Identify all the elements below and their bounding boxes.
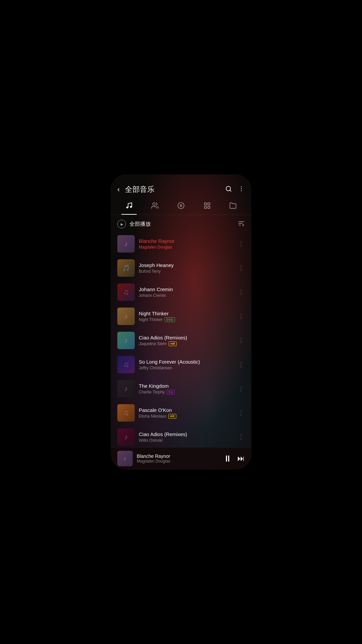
play-all-label: 全部播放 xyxy=(129,221,235,228)
list-item[interactable]: Johann Cremin Johann Cremin ⋮ xyxy=(111,280,251,304)
song-more-button[interactable]: ⋮ xyxy=(237,287,245,297)
svg-point-9 xyxy=(180,205,182,207)
svg-point-8 xyxy=(178,203,184,209)
back-button[interactable]: ‹ xyxy=(117,184,122,195)
song-thumbnail xyxy=(117,380,135,397)
header: ‹ 全部音乐 xyxy=(111,174,251,199)
list-item[interactable]: Night Thinker Night Thinker DSD ⋮ xyxy=(111,304,251,328)
song-artist: Charlie Torphy xyxy=(139,390,165,394)
albums-tab-icon xyxy=(177,202,185,211)
song-artist: Buford Terry xyxy=(139,269,161,274)
quality-badge-hr: HR xyxy=(169,341,177,346)
song-info: Johann Cremin Johann Cremin xyxy=(139,286,233,298)
app-content: ‹ 全部音乐 xyxy=(111,174,251,470)
tab-folders[interactable] xyxy=(220,199,246,215)
tab-playlists[interactable] xyxy=(194,199,220,215)
song-title: Johann Cremin xyxy=(139,286,233,292)
song-thumbnail xyxy=(117,259,135,277)
now-playing-artist: Magdalen Douglas xyxy=(137,459,219,464)
song-meta: Buford Terry xyxy=(139,269,233,274)
now-playing-bar[interactable]: Blanche Raynor Magdalen Douglas ⏸ ⏭ xyxy=(111,447,251,470)
song-info: Pascale O'Kon Elisha Nikolaus HR xyxy=(139,407,233,419)
song-more-button[interactable]: ⋮ xyxy=(237,432,245,442)
list-item[interactable]: Ciao Adios (Remixes) Jaqueline Stehr HR … xyxy=(111,328,251,353)
sort-icon[interactable] xyxy=(238,220,245,228)
song-title: Ciao Adios (Remixes) xyxy=(139,431,233,437)
svg-point-5 xyxy=(126,207,128,209)
song-thumbnail xyxy=(117,404,135,422)
svg-line-1 xyxy=(230,190,231,191)
song-title: Blanche Raynor xyxy=(139,238,233,244)
phone-frame: ‹ 全部音乐 xyxy=(111,174,251,470)
phone-wrapper: ‹ 全部音乐 xyxy=(90,161,272,483)
song-artist: Night Thinker xyxy=(139,317,163,322)
folders-tab-icon xyxy=(229,202,237,211)
song-meta: Charlie Torphy SQ xyxy=(139,390,233,394)
song-info: The Kingdom Charlie Torphy SQ xyxy=(139,383,233,394)
list-item[interactable]: Joseph Heaney Buford Terry ⋮ xyxy=(111,256,251,280)
song-title: Joseph Heaney xyxy=(139,262,233,268)
list-item[interactable]: So Long Forever (Acoustic) Jeffry Christ… xyxy=(111,353,251,377)
tab-artists[interactable] xyxy=(142,199,168,215)
song-more-button[interactable]: ⋮ xyxy=(237,360,245,370)
song-artist: Magdalen Douglas xyxy=(139,245,172,250)
song-artist: Willis Osinski xyxy=(139,438,163,443)
playback-controls: ⏸ ⏭ xyxy=(223,453,245,464)
song-meta: Johann Cremin xyxy=(139,293,233,298)
song-more-button[interactable]: ⋮ xyxy=(237,239,245,249)
song-meta: Magdalen Douglas xyxy=(139,245,233,250)
search-icon[interactable] xyxy=(225,185,232,194)
song-more-button[interactable]: ⋮ xyxy=(237,335,245,345)
more-icon[interactable] xyxy=(238,185,245,194)
song-thumbnail xyxy=(117,283,135,301)
song-title: The Kingdom xyxy=(139,383,233,389)
song-meta: Jeffry Christiansen xyxy=(139,366,233,370)
song-list: Blanche Raynor Magdalen Douglas ⋮ Joseph… xyxy=(111,232,251,447)
song-meta: Willis Osinski xyxy=(139,438,233,443)
song-info: So Long Forever (Acoustic) Jeffry Christ… xyxy=(139,359,233,370)
playlists-tab-icon xyxy=(203,202,211,211)
song-info: Joseph Heaney Buford Terry xyxy=(139,262,233,274)
play-all-button[interactable] xyxy=(117,220,126,228)
svg-point-2 xyxy=(241,186,242,187)
svg-rect-13 xyxy=(207,206,209,208)
now-playing-thumbnail xyxy=(117,451,133,466)
list-item[interactable]: Pascale O'Kon Elisha Nikolaus HR ⋮ xyxy=(111,401,251,425)
svg-point-7 xyxy=(153,203,155,205)
next-button[interactable]: ⏭ xyxy=(237,454,245,463)
song-thumbnail xyxy=(117,332,135,349)
header-icons xyxy=(225,185,245,194)
tab-bar xyxy=(111,199,251,215)
song-meta: Night Thinker DSD xyxy=(139,317,233,322)
song-more-button[interactable]: ⋮ xyxy=(237,311,245,321)
svg-point-6 xyxy=(130,206,132,208)
song-info: Ciao Adios (Remixes) Jaqueline Stehr HR xyxy=(139,335,233,346)
song-title: Pascale O'Kon xyxy=(139,407,233,413)
songs-tab-icon xyxy=(125,202,133,211)
list-item[interactable]: The Kingdom Charlie Torphy SQ ⋮ xyxy=(111,377,251,401)
song-meta: Jaqueline Stehr HR xyxy=(139,341,233,346)
song-thumbnail xyxy=(117,428,135,446)
svg-point-3 xyxy=(241,188,242,189)
tab-songs[interactable] xyxy=(116,199,142,215)
song-thumbnail xyxy=(117,356,135,373)
quality-badge-sq: SQ xyxy=(167,390,175,394)
song-more-button[interactable]: ⋮ xyxy=(237,408,245,418)
song-title: Night Thinker xyxy=(139,311,233,316)
song-artist: Johann Cremin xyxy=(139,293,166,298)
song-meta: Elisha Nikolaus HR xyxy=(139,414,233,419)
song-title: Ciao Adios (Remixes) xyxy=(139,335,233,340)
tab-albums[interactable] xyxy=(168,199,194,215)
list-item[interactable]: Blanche Raynor Magdalen Douglas ⋮ xyxy=(111,232,251,256)
list-item[interactable]: Ciao Adios (Remixes) Willis Osinski ⋮ xyxy=(111,425,251,447)
song-more-button[interactable]: ⋮ xyxy=(237,384,245,394)
song-info: Night Thinker Night Thinker DSD xyxy=(139,311,233,322)
pause-button[interactable]: ⏸ xyxy=(223,453,232,464)
svg-rect-11 xyxy=(207,203,209,205)
now-playing-title: Blanche Raynor xyxy=(137,453,219,459)
song-more-button[interactable]: ⋮ xyxy=(237,263,245,273)
svg-point-4 xyxy=(241,190,242,191)
quality-badge-hr: HR xyxy=(168,414,176,419)
song-artist: Elisha Nikolaus xyxy=(139,414,166,419)
page-title: 全部音乐 xyxy=(125,184,223,195)
